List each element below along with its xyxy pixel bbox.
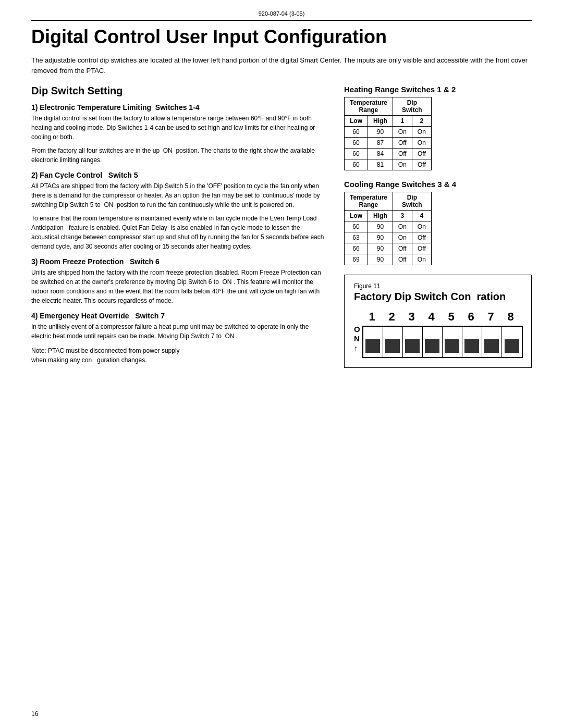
table-row: 6990OffOn: [345, 254, 432, 265]
switch-slot-2: [383, 327, 403, 357]
subsection-2: 2) Fan Cycle Control Switch 5 All PTACs …: [31, 171, 328, 251]
heating-range-table: TemperatureRange DipSwitch Low High 1 2 …: [344, 97, 432, 170]
cooling-temp-range-header: TemperatureRange: [345, 192, 393, 211]
subsection-title-2: 2) Fan Cycle Control Switch 5: [31, 171, 328, 179]
switch-slot-5: [443, 327, 462, 357]
switch-number: 8: [501, 310, 521, 324]
switch-paddle-6: [464, 339, 479, 353]
switch-slot-7: [482, 327, 502, 357]
table-row: 6081OnOff: [345, 159, 432, 170]
heating-range-title: Heating Range Switches 1 & 2: [344, 85, 532, 94]
switch-paddle-8: [505, 339, 519, 353]
subsection-1: 1) Electronic Temperature Limiting Switc…: [31, 103, 328, 165]
switch-number: 7: [481, 310, 501, 324]
switches-container: 12345678: [362, 310, 523, 358]
on-n: N: [354, 334, 360, 343]
switch-number: 5: [442, 310, 461, 324]
switch-number: 3: [402, 310, 422, 324]
subsection-body-2: All PTACs are shipped from the factory w…: [31, 181, 328, 209]
high-header: High: [368, 116, 393, 127]
subsection-4: 4) Emergency Heat Override Switch 7 In t…: [31, 312, 328, 341]
switch-slot-6: [462, 327, 482, 357]
note-text: Note: PTAC must be disconnected from pow…: [31, 346, 328, 365]
table-row: 6390OnOff: [345, 232, 432, 243]
on-arrow: ↑: [354, 343, 358, 353]
switch-slot-1: [363, 327, 383, 357]
table-row: 6084OffOff: [345, 149, 432, 159]
switch-paddle-7: [484, 339, 499, 353]
switch-number: 2: [382, 310, 402, 324]
table-row: 6690OffOff: [345, 243, 432, 254]
switch-number: 4: [422, 310, 442, 324]
subsection-title-1: 1) Electronic Temperature Limiting Switc…: [31, 103, 328, 112]
on-label: O N ↑: [354, 325, 360, 353]
switch-paddle-1: [365, 339, 380, 353]
subsection-title-4: 4) Emergency Heat Override Switch 7: [31, 312, 328, 320]
low-header: Low: [345, 116, 368, 127]
left-column: Dip Switch Setting 1) Electronic Tempera…: [31, 85, 328, 368]
table-row: 6087OffOn: [345, 138, 432, 149]
switch-number: 6: [461, 310, 481, 324]
subsection-body-3: Units are shipped from the factory with …: [31, 268, 328, 305]
switch-paddle-2: [385, 339, 400, 353]
page-title: Digital Control User Input Configuration: [31, 26, 532, 48]
switch-paddle-3: [405, 339, 420, 353]
table-row: 6090OnOn: [345, 127, 432, 138]
sw2-header: 2: [412, 116, 431, 127]
figure-title: Factory Dip Switch Con ration: [354, 291, 522, 303]
subsection-body-4: In the unlikely event of a compressor fa…: [31, 322, 328, 341]
switches-row: [362, 326, 523, 358]
switch-slot-3: [403, 327, 423, 357]
figure-label: Figure 11: [354, 282, 522, 290]
subsection-body-1b: From the factory all four switches are i…: [31, 146, 328, 165]
dip-switch-visual: O N ↑ 12345678: [354, 310, 522, 358]
subsection-title-3: 3) Room Freeze Protection Switch 6: [31, 257, 328, 266]
main-content: Dip Switch Setting 1) Electronic Tempera…: [31, 85, 532, 368]
switch-slot-4: [423, 327, 443, 357]
switch-number: 1: [362, 310, 382, 324]
section-title: Dip Switch Setting: [31, 85, 328, 97]
figure-box: Figure 11 Factory Dip Switch Con ration …: [344, 275, 532, 368]
sw3-header: 3: [393, 211, 412, 221]
cooling-high-header: High: [368, 211, 393, 221]
switch-numbers: 12345678: [362, 310, 521, 324]
subsection-3: 3) Room Freeze Protection Switch 6 Units…: [31, 257, 328, 305]
on-o: O: [354, 325, 360, 334]
subsection-body-1: The digital control is set from the fact…: [31, 114, 328, 142]
switch-paddle-4: [425, 339, 439, 353]
sw4-header: 4: [412, 211, 431, 221]
dip-switch-header: DipSwitch: [393, 97, 431, 116]
intro-text: The adjustable control dip switches are …: [31, 55, 532, 76]
switch-slot-8: [502, 327, 522, 357]
temp-range-header: TemperatureRange: [345, 97, 393, 116]
switch-paddle-5: [445, 339, 459, 353]
page-number: 16: [31, 710, 38, 718]
cooling-low-header: Low: [345, 211, 368, 221]
table-row: 6090OnOn: [345, 221, 432, 232]
right-column: Heating Range Switches 1 & 2 Temperature…: [344, 85, 532, 368]
cooling-range-title: Cooling Range Switches 3 & 4: [344, 180, 532, 189]
cooling-range-table: TemperatureRange DipSwitch Low High 3 4 …: [344, 192, 432, 265]
top-border: [31, 20, 532, 21]
cooling-dip-switch-header: DipSwitch: [393, 192, 431, 211]
doc-number: 920-087-04 (3-05): [31, 10, 532, 17]
subsection-body-2b: To ensure that the room temperature is m…: [31, 214, 328, 251]
sw1-header: 1: [393, 116, 412, 127]
page: 920-087-04 (3-05) Digital Control User I…: [0, 0, 563, 728]
